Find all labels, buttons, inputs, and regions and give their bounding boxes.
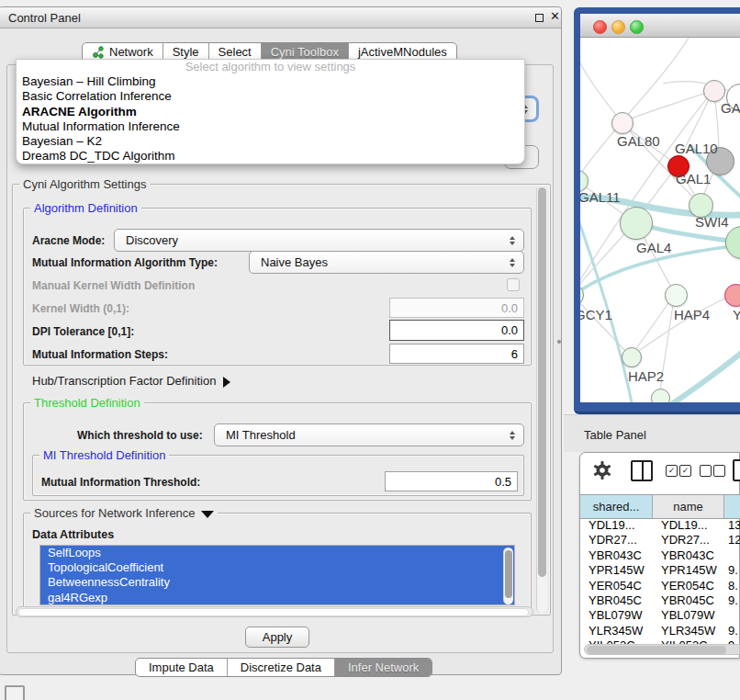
table-row[interactable]: YLR345W YLR345W 9.: [580, 624, 740, 638]
settings-hscrollbar[interactable]: [16, 606, 533, 617]
data-attributes-label: Data Attributes: [32, 528, 114, 541]
node-label: GAL10: [675, 141, 718, 156]
minimized-panel-icon[interactable]: [5, 685, 25, 700]
node-bottom[interactable]: [651, 389, 670, 402]
node-gal80[interactable]: [611, 112, 633, 134]
control-panel-window: Control Panel ✕ Network Style Select Cyn…: [0, 6, 562, 675]
minimize-traffic-light-icon[interactable]: [611, 20, 625, 34]
aracne-mode-combobox[interactable]: Discovery: [114, 229, 524, 252]
combo-arrows-icon: [510, 431, 515, 440]
list-item[interactable]: TopologicalCoefficient: [40, 560, 514, 575]
column-header[interactable]: name: [653, 495, 724, 518]
node-label: SWI4: [695, 214, 729, 230]
table-row[interactable]: YBR043C YBR043C: [580, 548, 740, 563]
node-label: GAL80: [617, 133, 660, 149]
column-header[interactable]: [724, 495, 740, 518]
combo-arrows-icon: [510, 258, 515, 267]
checked-checkbox-icon[interactable]: ✓: [679, 465, 691, 477]
kernel-width-label: Kernel Width (0,1):: [32, 302, 129, 315]
control-panel-title: Control Panel: [8, 11, 81, 25]
table-hscrollbar[interactable]: [584, 644, 740, 655]
network-canvas[interactable]: GAL GAL80 GAL10 GAL1 GAL11 SWI4 GAL4 GCY…: [580, 38, 740, 402]
table-panel-title: Table Panel: [584, 428, 646, 442]
sources-group-title[interactable]: Sources for Network Inference: [30, 506, 218, 520]
dropdown-placeholder: Select algorithm to view settings: [17, 60, 524, 74]
unchecked-checkbox-icon[interactable]: [700, 465, 712, 477]
node-label: GAL: [721, 100, 740, 116]
mi-steps-field[interactable]: 6: [389, 344, 524, 364]
attributes-scrollbar-thumb[interactable]: [505, 550, 512, 598]
list-item[interactable]: gal4RGexp: [40, 591, 514, 605]
node-label: GAL4: [636, 240, 671, 255]
dropdown-option[interactable]: Bayesian – Hill Climbing: [17, 74, 524, 89]
manual-kernel-checkbox[interactable]: [507, 278, 520, 291]
dropdown-option[interactable]: Dream8 DC_TDC Algorithm: [17, 149, 524, 164]
document-icon[interactable]: [733, 459, 740, 481]
list-item[interactable]: BetweennessCentrality: [40, 575, 514, 590]
apply-button[interactable]: Apply: [245, 627, 309, 648]
column-header[interactable]: shared...: [580, 495, 653, 518]
close-icon[interactable]: ✕: [550, 9, 560, 23]
dropdown-option[interactable]: Mutual Information Inference: [17, 119, 524, 134]
tab-discretize-data[interactable]: Discretize Data: [228, 659, 335, 676]
table-hscrollbar-thumb[interactable]: [587, 646, 726, 654]
table-row[interactable]: YPR145W YPR145W 9.: [580, 563, 740, 578]
table-row[interactable]: YBR045C YBR045C 9.: [580, 593, 740, 608]
checked-checkbox-icon[interactable]: ✓: [666, 465, 678, 477]
dropdown-option-selected[interactable]: ARACNE Algorithm: [17, 105, 524, 119]
bottom-tabbar: Impute Data Discretize Data Infer Networ…: [135, 658, 432, 677]
settings-hscrollbar-thumb[interactable]: [18, 608, 529, 616]
settings-group-title: Cyni Algorithm Settings: [19, 177, 150, 191]
collapsed-arrow-icon: [223, 377, 230, 388]
unchecked-checkbox-icon[interactable]: [713, 465, 725, 477]
node-hap4[interactable]: [665, 284, 688, 307]
tab-network-label: Network: [109, 45, 153, 59]
float-window-icon[interactable]: [535, 14, 544, 22]
combo-arrows-icon: [510, 236, 515, 245]
table-row[interactable]: YER054C YER054C 8.: [580, 579, 740, 593]
list-item[interactable]: SelfLoops: [40, 546, 514, 560]
node-hap2[interactable]: [622, 347, 642, 367]
dropdown-option[interactable]: Basic Correlation Inference: [17, 89, 524, 104]
manual-kernel-label: Manual Kernel Width Definition: [32, 279, 195, 292]
node-label: HAP4: [674, 307, 710, 322]
panel-resize-grip[interactable]: [557, 340, 561, 344]
screen: Control Panel ✕ Network Style Select Cyn…: [0, 0, 740, 700]
node-label: GAL11: [580, 189, 621, 205]
data-attributes-list[interactable]: SelfLoops TopologicalCoefficient Between…: [39, 545, 515, 605]
kernel-width-field[interactable]: 0.0: [389, 298, 524, 318]
mi-threshold-field[interactable]: 0.5: [385, 471, 518, 491]
node-label: HAP2: [628, 368, 664, 384]
which-threshold-label: Which threshold to use:: [77, 429, 203, 442]
hub-section-toggle[interactable]: Hub/Transcription Factor Definition: [32, 374, 230, 388]
tab-infer-network[interactable]: Infer Network: [335, 659, 432, 676]
gear-icon[interactable]: [592, 460, 612, 480]
settings-scrollbar-thumb[interactable]: [538, 187, 546, 577]
zoom-traffic-light-icon[interactable]: [630, 20, 644, 34]
network-window-titlebar[interactable]: [580, 14, 740, 38]
algorithm-definition-title: Algorithm Definition: [30, 201, 141, 215]
mi-type-combobox[interactable]: Naive Bayes: [249, 251, 524, 274]
node-gal-pink[interactable]: [703, 80, 725, 102]
settings-scrollbar[interactable]: [536, 186, 547, 613]
table-row[interactable]: YDR27... YDR27... 12: [580, 533, 740, 548]
dropdown-option[interactable]: Bayesian – K2: [17, 134, 524, 149]
mi-steps-label: Mutual Information Steps:: [32, 348, 168, 361]
table-row[interactable]: YDL19... YDL19... 13: [580, 518, 740, 533]
node-label: GAL1: [676, 171, 711, 186]
attributes-scrollbar[interactable]: [503, 548, 513, 604]
which-threshold-combobox[interactable]: MI Threshold: [214, 423, 524, 446]
network-icon: [92, 46, 105, 59]
dpi-tolerance-field[interactable]: 0.0: [389, 320, 524, 341]
node-gal4[interactable]: [620, 207, 653, 240]
table-header-row: shared... name: [580, 494, 740, 519]
table-toolbar: ✓ ✓: [579, 453, 740, 491]
node-label: Y: [733, 307, 740, 322]
split-panel-icon[interactable]: [631, 460, 653, 481]
close-traffic-light-icon[interactable]: [593, 20, 607, 34]
tab-impute-data[interactable]: Impute Data: [136, 659, 228, 676]
mi-threshold-definition-title: MI Threshold Definition: [39, 448, 169, 462]
mi-threshold-label: Mutual Information Threshold:: [41, 476, 200, 489]
control-panel-titlebar[interactable]: Control Panel ✕: [0, 7, 561, 28]
table-row[interactable]: YBL079W YBL079W: [580, 608, 740, 623]
